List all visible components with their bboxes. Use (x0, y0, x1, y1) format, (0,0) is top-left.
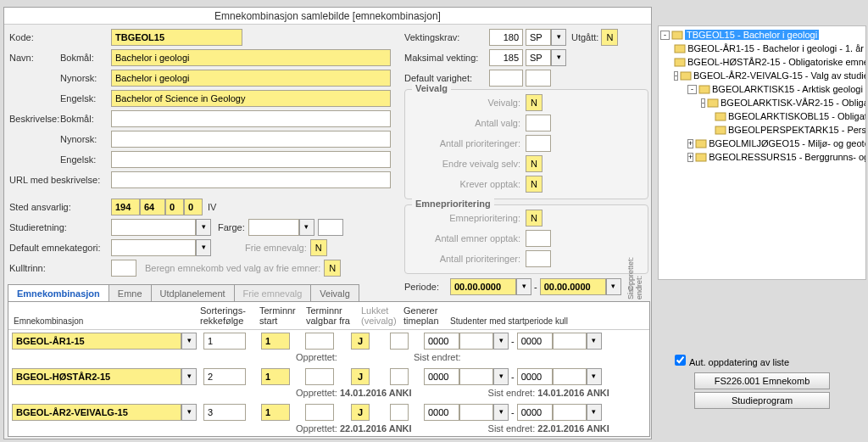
tab-frieemnevalg[interactable]: Frie emnevalg (234, 284, 312, 302)
row-start2-input[interactable] (517, 404, 553, 421)
row-valgbar-input[interactable] (305, 333, 334, 350)
row-name-dropdown[interactable]: ▾ (181, 368, 197, 385)
tree-toggle[interactable]: + (687, 153, 693, 162)
beskrivelse-nynorsk-input[interactable] (111, 131, 391, 148)
row-term-input[interactable] (261, 404, 290, 421)
row-valgbar-input[interactable] (305, 368, 334, 385)
defaultkat-dropdown[interactable]: ▾ (196, 239, 211, 256)
beregn-input[interactable] (324, 260, 341, 277)
row-name-input[interactable] (12, 333, 181, 350)
defaultvarighet-input[interactable] (489, 70, 523, 87)
defaultvarighet-unit[interactable] (526, 70, 551, 87)
row-start2-input[interactable] (517, 333, 553, 350)
row-sort-input[interactable] (203, 368, 246, 385)
url-input[interactable] (111, 171, 391, 188)
row-term-input[interactable] (261, 333, 290, 350)
row-start1-input[interactable] (424, 404, 459, 421)
row-lukket-input[interactable] (351, 404, 370, 421)
tree-toggle[interactable]: - (674, 71, 678, 81)
row-start1-dropdown[interactable]: ▾ (493, 333, 509, 350)
tree-node[interactable]: +BGEOLRESSURS15 - Berggrunns- og re (660, 150, 864, 164)
antallprior2-input[interactable] (526, 250, 551, 267)
row-lukket-input[interactable] (351, 368, 370, 385)
tree-toggle[interactable]: - (660, 31, 670, 40)
maksvekting-dropdown[interactable]: ▾ (551, 49, 566, 66)
endreveivalg-input[interactable] (526, 155, 542, 172)
tree-toggle[interactable]: + (687, 139, 693, 148)
sted1-input[interactable] (111, 199, 140, 215)
row-sort-input[interactable] (203, 333, 246, 350)
row-start1b-input[interactable] (459, 404, 493, 421)
fs226-button[interactable]: FS226.001 Emnekomb (694, 372, 830, 389)
beskrivelse-bokmal-input[interactable] (111, 110, 391, 127)
row-name-input[interactable] (12, 368, 181, 385)
tab-emne[interactable]: Emne (108, 284, 152, 302)
farge-input[interactable] (248, 219, 299, 236)
navn-bokmal-input[interactable] (111, 49, 391, 66)
tree-toggle[interactable]: - (701, 98, 705, 108)
row-start1-dropdown[interactable]: ▾ (493, 404, 509, 421)
navn-engelsk-input[interactable] (111, 90, 391, 107)
tree-node[interactable]: -BGEOLARKTISK-VÅR2-15 - Obligat (660, 96, 864, 109)
utgatt-input[interactable] (601, 29, 618, 46)
tab-utdplanelement[interactable]: Utdplanelement (151, 284, 235, 302)
auto-update-checkbox[interactable] (675, 355, 686, 366)
sted3-input[interactable] (165, 199, 184, 215)
studieretning-dropdown[interactable]: ▾ (196, 219, 211, 236)
kreveropptak-input[interactable] (526, 176, 542, 193)
antallemner-input[interactable] (526, 230, 551, 247)
tab-emnekombinasjon[interactable]: Emnekombinasjon (8, 284, 109, 302)
row-generer-input[interactable] (390, 404, 409, 421)
row-start2b-input[interactable] (553, 333, 587, 350)
beskrivelse-engelsk-input[interactable] (111, 151, 391, 168)
tab-veivalg[interactable]: Veivalg (310, 284, 359, 302)
farge-dropdown[interactable]: ▾ (299, 219, 314, 236)
tree-node[interactable]: -BGEOLARKTISK15 - Arktisk geologi (660, 82, 864, 96)
row-generer-input[interactable] (390, 368, 409, 385)
row-generer-input[interactable] (390, 333, 409, 350)
row-valgbar-input[interactable] (305, 404, 334, 421)
maksvekting-input[interactable] (489, 49, 523, 66)
row-name-input[interactable] (12, 404, 181, 421)
row-start1b-input[interactable] (459, 333, 493, 350)
vektingskrav-input[interactable] (489, 29, 523, 46)
row-sort-input[interactable] (203, 404, 246, 421)
row-lukket-input[interactable] (351, 333, 370, 350)
studieretning-input[interactable] (111, 219, 196, 236)
maksvekting-unit[interactable] (526, 49, 551, 66)
vektingskrav-dropdown[interactable]: ▾ (551, 29, 566, 46)
row-name-dropdown[interactable]: ▾ (181, 404, 197, 421)
kode-input[interactable] (111, 29, 242, 46)
tree-node[interactable]: BGEOL-ÅR1-15 - Bachelor i geologi - 1. å… (660, 42, 864, 55)
studieprogram-button[interactable]: Studieprogram (694, 392, 830, 409)
row-start2b-input[interactable] (553, 368, 587, 385)
vektingskrav-unit[interactable] (526, 29, 551, 46)
tree-node[interactable]: BGEOLARKTISKOBL15 - Obligat (660, 109, 864, 123)
row-start2b-input[interactable] (553, 404, 587, 421)
tree-node[interactable]: BGEOL-HØSTÅR2-15 - Obligatoriske emner (660, 55, 864, 69)
row-term-input[interactable] (261, 368, 290, 385)
antallvalg-input[interactable] (526, 115, 551, 131)
antallprior-input[interactable] (526, 135, 551, 152)
veivalg-input[interactable] (526, 94, 542, 111)
row-start2-dropdown[interactable]: ▾ (587, 333, 602, 350)
kulltrinn-input[interactable] (111, 260, 136, 277)
row-start2-dropdown[interactable]: ▾ (587, 368, 602, 385)
tree-toggle[interactable]: - (687, 85, 697, 94)
navn-nynorsk-input[interactable] (111, 70, 391, 87)
tree-node[interactable]: -BGEOL-ÅR2-VEIVALG-15 - Valg av studiere (660, 69, 864, 82)
tree-node[interactable]: BGEOLPERSPEKTARK15 - Pers (660, 123, 864, 137)
frieemnevalg-input[interactable] (310, 239, 327, 256)
row-start2-input[interactable] (517, 368, 553, 385)
tree-node[interactable]: +BGEOLMILJØGEO15 - Miljø- og geotekno (660, 137, 864, 150)
defaultkat-input[interactable] (111, 239, 196, 256)
tree-panel[interactable]: -TBGEOL15 - Bachelor i geologiBGEOL-ÅR1-… (658, 25, 866, 280)
row-start1-input[interactable] (424, 333, 459, 350)
row-start1b-input[interactable] (459, 368, 493, 385)
sted2-input[interactable] (140, 199, 165, 215)
sted4-input[interactable] (184, 199, 203, 215)
tree-node[interactable]: -TBGEOL15 - Bachelor i geologi (660, 28, 864, 42)
row-start1-dropdown[interactable]: ▾ (493, 368, 509, 385)
row-start2-dropdown[interactable]: ▾ (587, 404, 602, 421)
row-name-dropdown[interactable]: ▾ (181, 333, 197, 350)
